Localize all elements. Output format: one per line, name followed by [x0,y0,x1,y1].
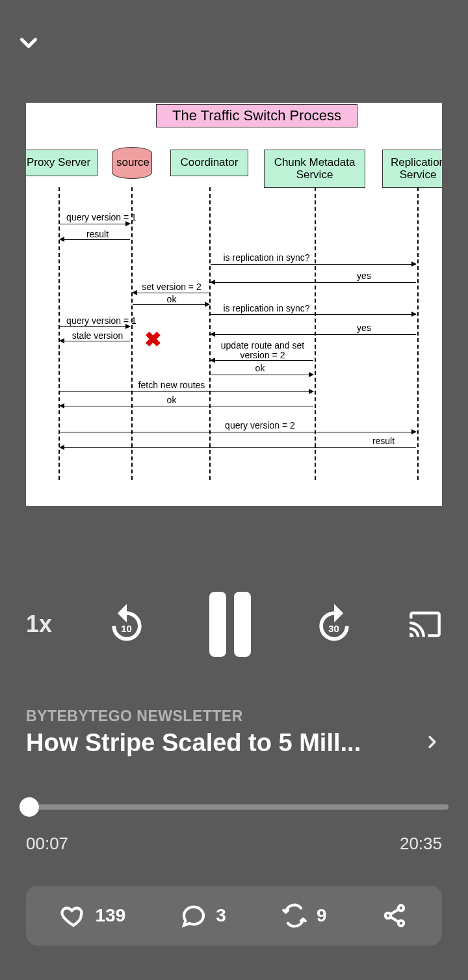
msg-label: stale version [72,330,124,341]
heart-icon [60,903,86,929]
svg-rect-0 [209,592,226,657]
msg-arrow [211,282,416,283]
pause-button[interactable] [201,595,259,654]
share-icon [382,903,408,929]
msg-arrow [211,334,416,335]
msg-label: yes [357,323,371,333]
msg-arrow [133,304,209,305]
msg-label: update route and set version = 2 [220,341,305,360]
like-count: 139 [96,905,126,926]
playback-speed-button[interactable]: 1x [26,611,52,638]
rewind-10-button[interactable]: 10 [105,602,149,646]
msg-label: ok [167,294,177,304]
engagement-bar: 139 3 9 [26,886,442,946]
rewind-seconds-label: 10 [121,623,132,634]
progress-thumb[interactable] [20,797,39,817]
error-x-icon: ✖ [144,327,162,352]
episode-artwork: The Traffic Switch Process Proxy Server … [26,103,442,506]
msg-arrow [60,406,313,406]
forward-30-button[interactable]: 30 [312,602,356,646]
comment-count: 3 [216,905,226,926]
msg-label: fetch new routes [138,380,205,390]
like-button[interactable]: 139 [60,903,126,929]
cast-button[interactable] [408,607,442,641]
msg-label: ok [167,395,177,405]
msg-arrow [133,293,209,293]
participant-replication: Replication Service [382,150,442,188]
participant-source-db: source [112,147,152,179]
participant-coordinator: Coordinator [170,150,248,176]
time-total: 20:35 [400,834,442,854]
repost-count: 9 [317,905,327,926]
msg-arrow [60,341,130,341]
msg-arrow [211,360,313,361]
lifeline [58,187,60,480]
msg-label: ok [255,363,265,373]
diagram-title: The Traffic Switch Process [156,104,358,127]
lifeline [315,187,316,480]
chevron-right-icon [422,732,442,754]
msg-label: result [86,229,109,239]
source-label: BYTEBYTEGO NEWSLETTER [26,708,442,725]
time-elapsed: 00:07 [26,834,68,854]
msg-label: set version = 2 [142,282,201,292]
comment-button[interactable]: 3 [181,903,226,929]
lifeline [417,187,419,480]
participant-proxy-server: Proxy Server [26,150,98,176]
msg-label: is replication in sync? [223,303,309,313]
repost-icon [281,903,307,929]
repost-button[interactable]: 9 [281,903,327,929]
msg-label: yes [357,271,371,281]
msg-arrow [60,391,313,392]
collapse-button[interactable] [13,27,44,59]
svg-rect-1 [234,592,251,657]
episode-title: How Stripe Scaled to 5 Mill... [26,729,361,757]
msg-label: result [372,436,395,446]
msg-arrow [60,432,416,432]
participant-chunk-metadata: Chunk Metadata Service [264,150,365,188]
share-button[interactable] [382,903,408,929]
msg-arrow [60,326,130,327]
msg-arrow [211,314,416,315]
msg-arrow [60,447,416,448]
msg-label: query version = 1 [66,315,136,326]
msg-label: query version = 2 [225,420,295,430]
comment-icon [181,903,207,929]
lifeline [131,187,133,480]
msg-arrow [60,224,130,224]
msg-label: is replication in sync? [223,252,309,263]
episode-title-row[interactable]: How Stripe Scaled to 5 Mill... [26,729,442,757]
forward-seconds-label: 30 [328,623,339,634]
msg-label: query version = 1 [66,212,136,222]
progress-track [20,804,448,810]
msg-arrow [60,239,130,240]
msg-arrow [211,264,416,265]
msg-arrow [211,375,313,375]
progress-scrubber[interactable] [20,799,448,814]
